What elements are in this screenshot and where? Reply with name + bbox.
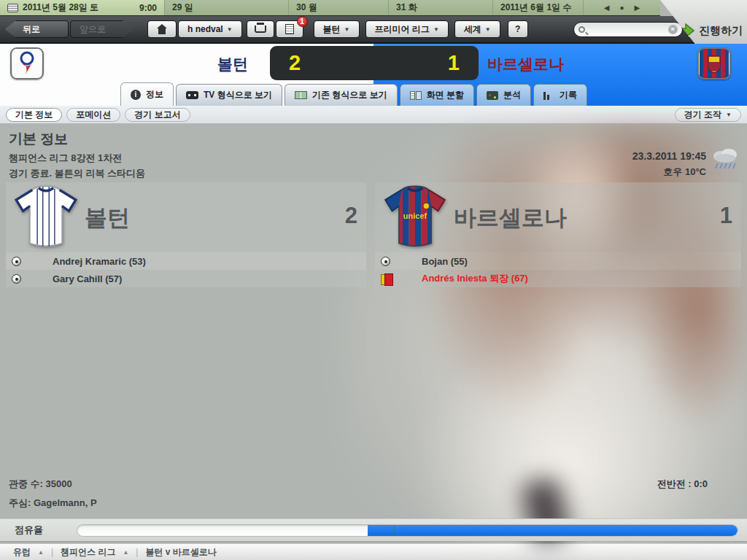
home-icon	[156, 25, 168, 34]
status-bar: 유럽 ▲ | 챔피언스 리그 ▲ | 볼턴 v 바르셀로나	[0, 543, 747, 560]
tab-label: 기록	[560, 89, 577, 101]
tab-tv-view[interactable]: TV 형식으로 보기	[176, 84, 282, 106]
possession-fill-away	[368, 525, 738, 536]
away-panel-team-name: 바르셀로나	[454, 203, 567, 233]
tab-bar: i 정보 TV 형식으로 보기 기존 형식으로 보기 화면 분할 분석 기	[120, 82, 587, 106]
chevron-down-icon: ▼	[433, 26, 439, 33]
home-team-panel: 볼턴 2 Andrej Kramaric (53) Gary Cahill (5…	[6, 182, 366, 287]
tab-label: TV 형식으로 보기	[204, 89, 272, 101]
home-button[interactable]	[147, 20, 177, 38]
date-cell-31[interactable]: 31 화	[389, 0, 493, 15]
home-panel-team-name: 볼턴	[85, 203, 130, 233]
away-kit-icon: unicef	[378, 181, 452, 252]
tab-classic-view[interactable]: 기존 형식으로 보기	[285, 84, 398, 106]
chevron-down-icon: ▼	[485, 26, 491, 33]
chevron-down-icon: ▼	[726, 112, 732, 118]
scorer-name[interactable]: Andrej Kramaric (53)	[53, 256, 146, 267]
subtab-match-report[interactable]: 경기 보고서	[125, 108, 190, 122]
manager-menu-button[interactable]: h nedval ▼	[178, 20, 242, 38]
team-menu-button[interactable]: 볼턴 ▼	[314, 20, 360, 38]
match-header: 볼턴 2 1 바르셀로나 i 정보 TV 형식으로 보기 기존 형식으로 보기 …	[0, 44, 747, 106]
tab-analysis[interactable]: 분석	[476, 84, 531, 106]
chevron-up-icon: ▲	[38, 549, 44, 556]
info-icon: i	[131, 90, 141, 100]
date-cell-jun1[interactable]: 2011년 6월 1일 수	[493, 0, 584, 15]
calendar-icon	[7, 4, 18, 12]
svg-text:unicef: unicef	[403, 211, 427, 220]
away-team-panel: unicef 바르셀로나 1 Bojan (55) Andrés Iniesta…	[375, 182, 741, 287]
tv-icon	[186, 91, 198, 99]
separator: |	[51, 547, 53, 557]
event-icon-wrap	[381, 273, 410, 284]
home-score: 2	[289, 51, 301, 75]
away-team-name[interactable]: 바르셀로나	[487, 54, 564, 74]
search-icon	[578, 26, 585, 33]
possession-label: 점유율	[15, 524, 43, 537]
scorer-name[interactable]: Gary Cahill (57)	[53, 273, 122, 284]
date-cell-30[interactable]: 30 월	[289, 0, 389, 15]
red-card-icon	[381, 273, 392, 284]
bar-chart-icon	[543, 91, 554, 100]
attendance-label: 관중 수: 35000	[9, 478, 72, 491]
analysis-icon	[487, 91, 498, 100]
subtab-basic-info[interactable]: 기본 정보	[6, 108, 62, 122]
breadcrumb-match[interactable]: 볼턴 v 바르셀로나	[145, 546, 216, 559]
possession-section: 점유율	[0, 518, 747, 541]
home-event-row: Gary Cahill (57)	[6, 270, 366, 287]
tab-label: 기존 형식으로 보기	[312, 89, 387, 101]
match-actions-button[interactable]: 경기 조작 ▼	[675, 108, 741, 122]
match-datetime-block: 23.3.2011 19:45 호우 10°C	[632, 150, 706, 179]
weather-label: 호우 10°C	[632, 166, 706, 179]
world-menu-button[interactable]: 세계 ▼	[454, 20, 500, 38]
search-box[interactable]: ×	[573, 22, 683, 37]
away-event-row: Andrés Iniesta 퇴장 (67)	[375, 270, 741, 287]
split-screen-icon	[410, 91, 422, 100]
date-cell-29[interactable]: 29 일	[165, 0, 289, 15]
home-team-badge[interactable]	[10, 47, 44, 79]
chevron-down-icon: ▼	[227, 26, 233, 33]
forward-button[interactable]: 앞으로	[70, 20, 134, 38]
date-label: 30 월	[296, 1, 317, 14]
breadcrumb-continent[interactable]: 유럽	[13, 546, 31, 559]
inbox-icon	[255, 26, 266, 33]
match-actions-label: 경기 조작	[684, 109, 721, 121]
tab-split-view[interactable]: 화면 분할	[400, 84, 474, 106]
sent-off-player[interactable]: Andrés Iniesta 퇴장 (67)	[422, 272, 528, 285]
date-label: 2011년 6월 1일 수	[500, 1, 571, 14]
event-icon-wrap	[381, 257, 410, 266]
prev-day-icon[interactable]: ◀	[604, 4, 610, 12]
today-dot-icon[interactable]: ●	[619, 4, 624, 12]
tab-label: 분석	[503, 89, 521, 101]
continue-label: 진행하기	[699, 24, 743, 38]
tab-label: 정보	[146, 88, 163, 101]
tab-stats[interactable]: 기록	[533, 84, 587, 106]
competition-label: 챔피언스 리그 8강전 1차전	[9, 152, 122, 165]
league-menu-label: 프리미어 리그	[375, 23, 430, 36]
date-label: 31 화	[396, 1, 417, 14]
date-bar: 2011년 5월 28일 토 9:00 29 일 30 월 31 화 2011년…	[0, 0, 660, 16]
back-button[interactable]: 뒤로	[4, 20, 69, 38]
toolbar: 뒤로 앞으로 h nedval ▼ 1 볼턴 ▼ 프리미어 리그 ▼ 세계 ▼	[0, 16, 747, 44]
away-score: 1	[448, 51, 460, 75]
home-team-name[interactable]: 볼턴	[217, 54, 248, 74]
search-input[interactable]	[588, 24, 665, 34]
home-kit-icon	[9, 181, 83, 252]
possession-midpoint-marker	[394, 525, 395, 536]
match-datetime: 23.3.2011 19:45	[632, 150, 706, 162]
help-button[interactable]: ?	[508, 20, 528, 38]
separator: |	[136, 547, 138, 557]
league-menu-button[interactable]: 프리미어 리그 ▼	[365, 20, 449, 38]
subtab-formation[interactable]: 포메이션	[66, 108, 120, 122]
away-team-badge[interactable]	[697, 47, 731, 79]
away-panel-score: 1	[720, 203, 732, 229]
inbox-button[interactable]	[247, 20, 274, 38]
tab-info[interactable]: i 정보	[120, 82, 174, 106]
current-time-label: 9:00	[139, 3, 157, 13]
next-day-icon[interactable]: ▶	[635, 4, 640, 12]
scorer-name[interactable]: Bojan (55)	[422, 256, 468, 267]
breadcrumb-competition[interactable]: 챔피언스 리그	[61, 546, 115, 559]
event-icon-wrap	[12, 257, 41, 266]
match-info-content: 기본 정보 챔피언스 리그 8강전 1차전 경기 종료. 볼튼의 리복 스타디움…	[0, 124, 747, 543]
clear-search-icon[interactable]: ×	[668, 25, 678, 34]
date-cell-current[interactable]: 2011년 5월 28일 토 9:00	[0, 0, 165, 15]
